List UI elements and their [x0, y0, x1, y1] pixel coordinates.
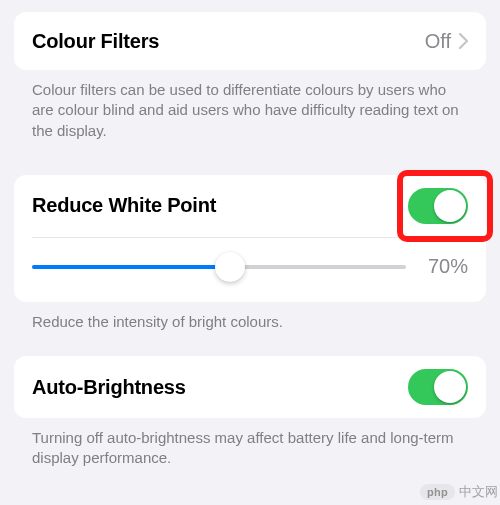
white-point-slider-row: 70% [14, 238, 486, 302]
reduce-white-point-card: Reduce White Point 70% [14, 175, 486, 302]
chevron-right-icon [459, 33, 468, 49]
reduce-white-point-toggle[interactable] [408, 188, 468, 224]
auto-brightness-card: Auto-Brightness [14, 356, 486, 418]
white-point-value: 70% [420, 255, 468, 278]
white-point-slider[interactable] [32, 252, 406, 282]
auto-brightness-toggle[interactable] [408, 369, 468, 405]
colour-filters-card: Colour Filters Off [14, 12, 486, 70]
auto-brightness-row: Auto-Brightness [14, 356, 486, 418]
toggle-knob [434, 371, 466, 403]
colour-filters-description: Colour filters can be used to differenti… [14, 70, 486, 141]
colour-filters-label: Colour Filters [32, 30, 425, 53]
auto-brightness-description: Turning off auto-brightness may affect b… [14, 418, 486, 469]
slider-thumb[interactable] [215, 252, 245, 282]
colour-filters-value: Off [425, 30, 451, 53]
watermark-text: 中文网 [459, 483, 498, 501]
watermark-badge: php [420, 484, 455, 500]
watermark: php 中文网 [420, 483, 498, 501]
slider-fill [32, 265, 230, 269]
reduce-white-point-label: Reduce White Point [32, 194, 408, 217]
toggle-knob [434, 190, 466, 222]
colour-filters-row[interactable]: Colour Filters Off [14, 12, 486, 70]
auto-brightness-label: Auto-Brightness [32, 376, 408, 399]
reduce-white-point-description: Reduce the intensity of bright colours. [14, 302, 486, 332]
reduce-white-point-row: Reduce White Point [14, 175, 486, 237]
